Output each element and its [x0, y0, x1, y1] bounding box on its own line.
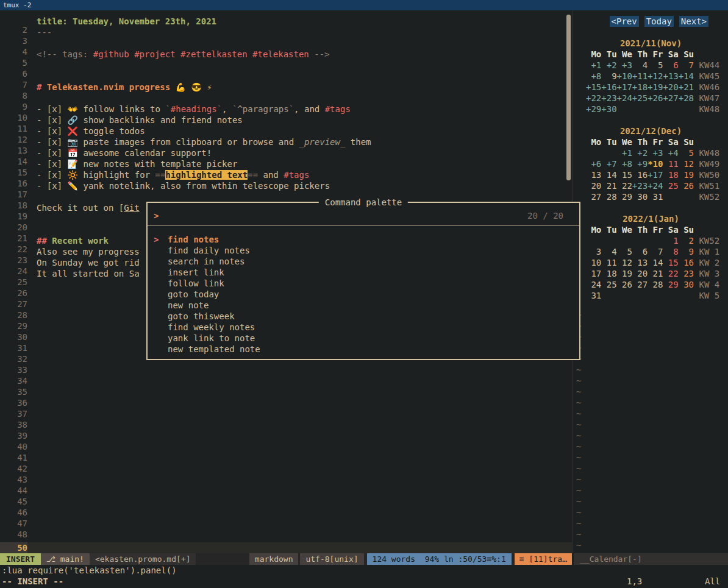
- cal-days[interactable]: 20 21 22: [586, 181, 632, 191]
- cal-days[interactable]: 1: [586, 236, 679, 246]
- cal-days[interactable]: 16: [679, 258, 694, 267]
- editor-line[interactable]: ---: [37, 27, 52, 38]
- tag[interactable]: #project: [134, 49, 175, 59]
- cal-days[interactable]: 27 28 29 30 31: [586, 192, 663, 202]
- calendar-week-row[interactable]: 13 14 15 16+17 18 19 KW50: [574, 169, 728, 180]
- editor-line[interactable]: - [x] 📷 paste images from clipboard or b…: [37, 136, 371, 147]
- calendar-next-button[interactable]: Next>: [679, 16, 708, 27]
- calendar-prev-button[interactable]: <Prev: [610, 16, 639, 27]
- palette-item[interactable]: follow link: [152, 278, 574, 289]
- link-git[interactable]: Git: [124, 203, 139, 213]
- cal-days[interactable]: 30: [679, 280, 694, 289]
- editor-line[interactable]: Check it out on [Git: [37, 202, 140, 213]
- command-line[interactable]: :lua require('telekasten').panel(): [2, 565, 177, 576]
- editor-line[interactable]: <!-- tags: #github #project #zettelkaste…: [37, 49, 330, 60]
- tag[interactable]: #tags: [284, 170, 309, 180]
- palette-item[interactable]: insert link: [152, 267, 574, 278]
- cursor-line[interactable]: 50: [0, 542, 572, 553]
- editor-line[interactable]: - [x] 🔆 highlight for ==highlighted text…: [37, 169, 309, 180]
- cal-days[interactable]: +29+30: [586, 104, 617, 114]
- editor-line[interactable]: ## Recent work: [37, 235, 109, 246]
- cal-days[interactable]: +1 +2 +3 +4: [586, 148, 679, 158]
- palette-item[interactable]: new note: [152, 300, 574, 311]
- editor-line[interactable]: - [x] ❌ toggle todos: [37, 126, 145, 136]
- cal-days[interactable]: 6: [663, 60, 678, 70]
- cal-days[interactable]: 17 18 19 20 21: [586, 269, 663, 278]
- palette-item[interactable]: goto thisweek: [152, 311, 574, 322]
- cal-days[interactable]: 22: [663, 269, 678, 278]
- palette-prompt-input[interactable]: > 20 / 20: [154, 210, 563, 221]
- cal-days[interactable]: 3 4 5 6 7: [586, 247, 663, 257]
- cal-days[interactable]: +10+11+12+13+14: [617, 71, 694, 81]
- cal-days[interactable]: 13 14 15 16: [586, 170, 648, 180]
- cal-days[interactable]: 5: [679, 148, 694, 158]
- cal-days[interactable]: +22+23+24+25+26+27+28: [586, 93, 694, 103]
- calendar-week-row[interactable]: +8 9+10+11+12+13+14 KW45: [574, 71, 728, 82]
- editor-line[interactable]: Also see my progress: [37, 246, 140, 257]
- tag[interactable]: #tags: [325, 104, 351, 114]
- editor-line[interactable]: On Sunday we got rid: [37, 257, 140, 268]
- editor-line[interactable]: - [x] 📝 new notes with template picker: [37, 158, 237, 169]
- cal-days[interactable]: +1 +2 +3: [586, 60, 632, 70]
- calendar-week-row[interactable]: 24 25 26 27 28 29 30 KW 4: [574, 279, 728, 290]
- calendar-week-row[interactable]: +6 +7 +8 +9*10 11 12 KW49: [574, 158, 728, 169]
- calendar-week-row[interactable]: 27 28 29 30 31 KW52: [574, 191, 728, 202]
- cal-days[interactable]: 26: [679, 181, 694, 191]
- cal-days[interactable]: 9: [601, 71, 616, 81]
- palette-item[interactable]: find daily notes: [152, 245, 574, 256]
- calendar-today-button[interactable]: Today: [644, 16, 674, 27]
- cal-days[interactable]: +15+16+17+18+19+20+21: [586, 82, 694, 92]
- cal-days[interactable]: 23: [679, 269, 694, 278]
- tag[interactable]: #github: [93, 49, 129, 59]
- cal-days[interactable]: 25: [663, 181, 678, 191]
- cal-days[interactable]: 31: [586, 291, 601, 300]
- calendar-week-row[interactable]: 10 11 12 13 14 15 16 KW 2: [574, 257, 728, 268]
- calendar-week-row[interactable]: +15+16+17+18+19+20+21 KW46: [574, 82, 728, 93]
- cal-days[interactable]: 2: [679, 236, 694, 246]
- editor-line[interactable]: # Telekasten.nvim progress 💪 😎 ⚡: [37, 82, 212, 93]
- calendar-week-row[interactable]: 3 4 5 6 7 8 9 KW 1: [574, 246, 728, 257]
- editor-line[interactable]: - [x] 🔗 show backlinks and friend notes: [37, 115, 243, 126]
- cal-days[interactable]: +23+24: [632, 181, 663, 191]
- cal-days[interactable]: +17: [648, 170, 663, 180]
- cal-days[interactable]: +6 +7 +8 +9: [586, 159, 648, 169]
- buffer-indicator[interactable]: ≡ [11]tra…: [515, 553, 572, 565]
- cal-days[interactable]: +8: [586, 71, 601, 81]
- cal-days[interactable]: 24 25 26 27 28: [586, 280, 663, 289]
- calendar-week-row[interactable]: +29+30 KW48: [574, 104, 728, 115]
- scrollbar-thumb[interactable]: [566, 15, 571, 180]
- calendar-week-row[interactable]: +1 +2 +3 +4 5 KW48: [574, 147, 728, 158]
- editor-line[interactable]: - [x] ✏️ yank notelink, also from wthin …: [37, 180, 330, 191]
- calendar-week-row[interactable]: 17 18 19 20 21 22 23 KW 3: [574, 268, 728, 279]
- calendar-week-row[interactable]: 1 2 KW52: [574, 235, 728, 246]
- palette-item[interactable]: search in notes: [152, 256, 574, 267]
- editor-line[interactable]: It all started on Sa: [37, 268, 140, 279]
- tag[interactable]: #telekasten: [252, 49, 309, 59]
- cal-days[interactable]: 8: [663, 247, 678, 257]
- calendar-week-row[interactable]: +1 +2 +3 4 5 6 7 KW44: [574, 60, 728, 71]
- editor-line[interactable]: - [x] 📅 awesome calendar support!: [37, 147, 212, 158]
- calendar-week-row[interactable]: 31 KW 5: [574, 290, 728, 301]
- calendar-week-row[interactable]: +22+23+24+25+26+27+28 KW47: [574, 93, 728, 104]
- palette-item-selected[interactable]: >find notes: [152, 234, 574, 245]
- cal-days[interactable]: 11: [663, 159, 678, 169]
- cal-days[interactable]: 15: [663, 258, 678, 267]
- cal-days[interactable]: 18: [663, 170, 678, 180]
- cal-days[interactable]: 12: [679, 159, 694, 169]
- editor-line[interactable]: title: Tuesday, November 23th, 2021: [37, 16, 216, 27]
- cal-days[interactable]: 7: [679, 60, 694, 70]
- palette-item[interactable]: yank link to note: [152, 333, 574, 344]
- palette-item[interactable]: goto today: [152, 289, 574, 300]
- cal-days[interactable]: 19: [679, 170, 694, 180]
- palette-item[interactable]: find weekly notes: [152, 322, 574, 333]
- cal-days[interactable]: 4 5: [632, 60, 663, 70]
- cal-days[interactable]: 10 11 12 13 14: [586, 258, 663, 267]
- cal-days[interactable]: 29: [663, 280, 678, 289]
- calendar-week-row[interactable]: 20 21 22+23+24 25 26 KW51: [574, 180, 728, 191]
- tag[interactable]: #zettelkasten: [180, 49, 248, 59]
- tag[interactable]: #headings: [171, 104, 217, 114]
- today-marker[interactable]: *10: [648, 159, 663, 169]
- palette-item[interactable]: new templated note: [152, 344, 574, 355]
- editor-line[interactable]: - [x] 👐 follow links to `#headings`, `^p…: [37, 104, 351, 115]
- cal-days[interactable]: 9: [679, 247, 694, 257]
